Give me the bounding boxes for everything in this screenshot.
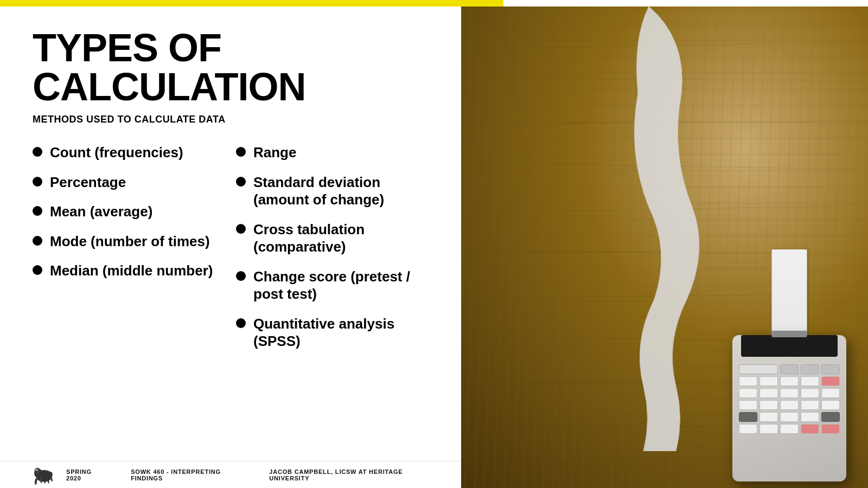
footer: SPRING 2020 SOWK 460 - INTERPRETING FIND… — [0, 461, 461, 488]
bullet-text: Quantitative analysis (SPSS) — [253, 315, 429, 350]
bullet-columns: Count (frequencies) Percentage Mean (ave… — [33, 144, 429, 477]
calculator-paper-roll — [772, 249, 807, 336]
list-item: Mean (average) — [33, 203, 225, 221]
bullet-dot — [236, 318, 246, 328]
bullet-dot — [236, 271, 246, 281]
bullet-text: Count (frequencies) — [50, 144, 183, 162]
right-panel — [461, 7, 868, 488]
main-content: TYPES OF CALCULATION METHODS USED TO CAL… — [0, 7, 868, 488]
subtitle: METHODS USED TO CALCULATE DATA — [33, 114, 429, 125]
elephant-icon — [33, 465, 55, 485]
list-item: Change score (pretest / post test) — [236, 268, 429, 303]
list-item: Range — [236, 144, 429, 162]
top-accent-bar — [0, 0, 503, 7]
left-panel: TYPES OF CALCULATION METHODS USED TO CAL… — [0, 7, 461, 488]
list-item: Percentage — [33, 174, 225, 191]
right-bullet-column: Range Standard deviation (amount of chan… — [236, 144, 429, 477]
bullet-dot — [33, 236, 42, 246]
list-item: Standard deviation (amount of change) — [236, 174, 429, 209]
bullet-dot — [33, 265, 42, 275]
list-item: Cross tabulation (comparative) — [236, 221, 429, 256]
svg-point-3 — [47, 471, 53, 477]
background-image — [461, 7, 868, 488]
list-item: Mode (number of times) — [33, 233, 225, 251]
footer-instructor: JACOB CAMPBELL, LICSW AT HERITAGE UNIVER… — [269, 468, 429, 481]
list-item: Count (frequencies) — [33, 144, 225, 162]
paper-tape — [611, 7, 709, 451]
list-item: Quantitative analysis (SPSS) — [236, 315, 429, 350]
list-item: Median (middle number) — [33, 262, 225, 280]
bullet-dot — [33, 206, 42, 216]
title-section: TYPES OF CALCULATION METHODS USED TO CAL… — [33, 28, 429, 125]
calculator-buttons — [732, 362, 846, 439]
bullet-text: Mode (number of times) — [50, 233, 210, 251]
calculator-body — [732, 335, 846, 481]
footer-course: SOWK 460 - INTERPRETING FINDINGS — [131, 468, 243, 481]
bullet-text: Standard deviation (amount of change) — [253, 174, 429, 209]
svg-point-2 — [35, 467, 39, 473]
bullet-dot — [236, 224, 246, 234]
bullet-text: Range — [253, 144, 296, 162]
bullet-text: Cross tabulation (comparative) — [253, 221, 429, 256]
svg-point-4 — [36, 469, 37, 471]
bullet-dot — [33, 147, 42, 157]
bullet-text: Percentage — [50, 174, 126, 191]
bullet-dot — [33, 177, 42, 187]
main-title: TYPES OF CALCULATION — [33, 28, 429, 106]
calculator-image — [732, 325, 846, 472]
calculator-screen — [741, 335, 838, 357]
bullet-dot — [236, 177, 246, 187]
bullet-dot — [236, 147, 246, 157]
left-bullet-column: Count (frequencies) Percentage Mean (ave… — [33, 144, 225, 477]
bullet-text: Mean (average) — [50, 203, 152, 221]
bullet-text: Change score (pretest / post test) — [253, 268, 429, 303]
footer-semester: SPRING 2020 — [66, 468, 105, 481]
bullet-text: Median (middle number) — [50, 262, 213, 280]
